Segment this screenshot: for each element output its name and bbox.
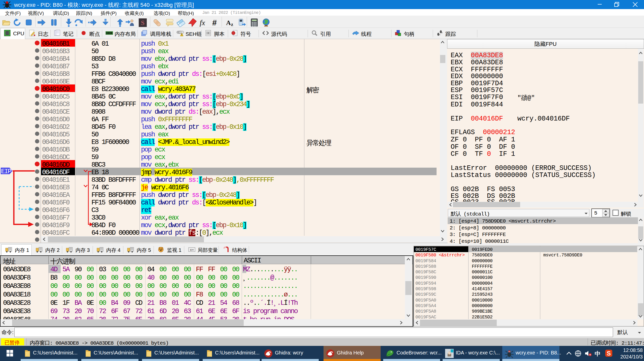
svg-text:z: z — [231, 22, 233, 27]
svg-text:!: ! — [181, 33, 182, 36]
svg-text:EIP: EIP — [1, 168, 11, 175]
svg-text:A: A — [226, 19, 231, 26]
svg-text:S: S — [141, 19, 145, 26]
svg-text:#: # — [212, 18, 217, 27]
svg-text:32: 32 — [508, 350, 511, 353]
svg-text:x=: x= — [190, 248, 194, 252]
svg-text:fx: fx — [200, 18, 205, 27]
